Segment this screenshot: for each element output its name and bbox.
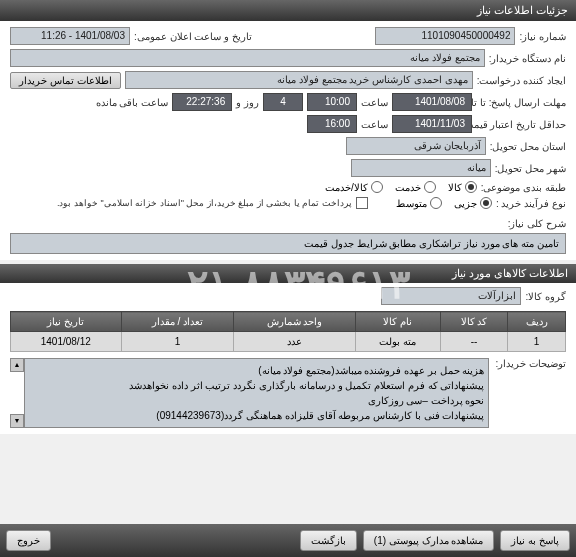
purchase-type-radio-group: جزیی متوسط: [396, 197, 492, 209]
goods-section-header: اطلاعات کالاهای مورد نیاز: [0, 264, 576, 283]
attachments-button[interactable]: مشاهده مدارک پیوستی (1): [363, 530, 495, 551]
requester-field: مهدی احمدی کارشناس خرید مجتمع فولاد میان…: [125, 71, 473, 89]
radio-partial-label: جزیی: [454, 198, 477, 209]
radio-partial-circle: [480, 197, 492, 209]
th-name: نام کالا: [355, 312, 441, 332]
radio-both-label: کالا/خدمت: [325, 182, 368, 193]
radio-goods-circle: [465, 181, 477, 193]
buyer-notes-label: توضیحات خریدار:: [495, 358, 566, 369]
remaining-label: ساعت باقی مانده: [96, 97, 169, 108]
td-date: 1401/08/12: [11, 332, 122, 352]
deadline-label: مهلت ارسال پاسخ: تا تاریخ:: [476, 97, 566, 108]
radio-goods-label: کالا: [448, 182, 462, 193]
buyer-note-line2: پیشنهاداتی که فرم استعلام تکمیل و درساما…: [29, 378, 484, 393]
need-number-field: 1101090450000492: [375, 27, 515, 45]
goods-section-title: اطلاعات کالاهای مورد نیاز: [452, 267, 568, 279]
td-unit: عدد: [234, 332, 355, 352]
form-area: شماره نیاز: 1101090450000492 تاریخ و ساع…: [0, 21, 576, 260]
th-qty: تعداد / مقدار: [121, 312, 234, 332]
deadline-time-field: 10:00: [307, 93, 357, 111]
td-row: 1: [508, 332, 566, 352]
td-code: --: [441, 332, 508, 352]
scroll-down-icon[interactable]: ▼: [10, 414, 24, 428]
desc-field: تامین مته های مورد نیاز تراشکاری مطابق ش…: [10, 233, 566, 254]
radio-both-circle: [371, 181, 383, 193]
province-label: استان محل تحویل:: [490, 141, 566, 152]
desc-label: شرح کلی نیاز:: [508, 218, 566, 229]
th-date: تاریخ نیاز: [11, 312, 122, 332]
back-button[interactable]: بازگشت: [300, 530, 357, 551]
respond-button[interactable]: پاسخ به نیاز: [500, 530, 570, 551]
radio-service-circle: [424, 181, 436, 193]
scroll-up-icon[interactable]: ▲: [10, 358, 24, 372]
bottom-bar: پاسخ به نیاز مشاهده مدارک پیوستی (1) باز…: [0, 524, 576, 557]
buyer-note-line1: هزینه حمل بر عهده فروشنده میباشد(مجتمع ف…: [29, 363, 484, 378]
announce-date-field: 1401/08/03 - 11:26: [10, 27, 130, 45]
time-label-2: ساعت: [361, 119, 388, 130]
days-label: روز و: [236, 97, 259, 108]
th-unit: واحد شمارش: [234, 312, 355, 332]
validity-time-field: 16:00: [307, 115, 357, 133]
radio-goods[interactable]: کالا: [448, 181, 477, 193]
radio-medium-label: متوسط: [396, 198, 427, 209]
scroll-arrows: ▲ ▼: [10, 358, 24, 428]
radio-medium[interactable]: متوسط: [396, 197, 442, 209]
province-field: آذربایجان شرقی: [346, 137, 486, 155]
requester-label: ایجاد کننده درخواست:: [477, 75, 566, 86]
days-count-field: 4: [263, 93, 303, 111]
goods-table: ردیف کد کالا نام کالا واحد شمارش تعداد /…: [10, 311, 566, 352]
th-row: ردیف: [508, 312, 566, 332]
buyer-notes-text: هزینه حمل بر عهده فروشنده میباشد(مجتمع ف…: [24, 358, 489, 428]
validity-date-field: 1401/11/03: [392, 115, 472, 133]
deadline-date-field: 1401/08/08: [392, 93, 472, 111]
category-label: طبقه بندی موضوعی:: [481, 182, 566, 193]
group-label: گروه کالا:: [525, 291, 566, 302]
buyer-org-field: مجتمع فولاد میانه: [10, 49, 485, 67]
announce-date-label: تاریخ و ساعت اعلان عمومی:: [134, 31, 252, 42]
city-label: شهر محل تحویل:: [495, 163, 566, 174]
contact-info-button[interactable]: اطلاعات تماس خریدار: [10, 72, 121, 89]
need-number-label: شماره نیاز:: [519, 31, 566, 42]
main-header: جزئیات اطلاعات نیاز: [0, 0, 576, 21]
radio-service[interactable]: خدمت: [395, 181, 436, 193]
time-label-1: ساعت: [361, 97, 388, 108]
category-radio-group: کالا خدمت کالا/خدمت: [325, 181, 477, 193]
buyer-org-label: نام دستگاه خریدار:: [489, 53, 566, 64]
table-row[interactable]: 1 -- مته بولت عدد 1 1401/08/12: [11, 332, 566, 352]
city-field: میانه: [351, 159, 491, 177]
radio-service-label: خدمت: [395, 182, 421, 193]
buyer-note-line4: پیشنهادات فنی با کارشناس مربوطه آقای قلی…: [29, 408, 484, 423]
radio-medium-circle: [430, 197, 442, 209]
validity-label: حداقل تاریخ اعتبار قیمت: تا تاریخ:: [476, 119, 566, 130]
countdown-field: 22:27:36: [172, 93, 232, 111]
purchase-type-label: نوع فرآیند خرید :: [496, 198, 566, 209]
td-qty: 1: [121, 332, 234, 352]
th-code: کد کالا: [441, 312, 508, 332]
payment-checkbox[interactable]: [356, 197, 368, 209]
buyer-note-line3: نحوه پرداخت –سی روزکاری: [29, 393, 484, 408]
radio-partial[interactable]: جزیی: [454, 197, 492, 209]
td-name: مته بولت: [355, 332, 441, 352]
payment-note-label: پرداخت تمام یا بخشی از مبلغ خرید،از محل …: [57, 198, 352, 208]
radio-both[interactable]: کالا/خدمت: [325, 181, 383, 193]
group-field: ابزارآلات: [381, 287, 521, 305]
exit-button[interactable]: خروج: [6, 530, 51, 551]
header-title: جزئیات اطلاعات نیاز: [477, 4, 568, 16]
